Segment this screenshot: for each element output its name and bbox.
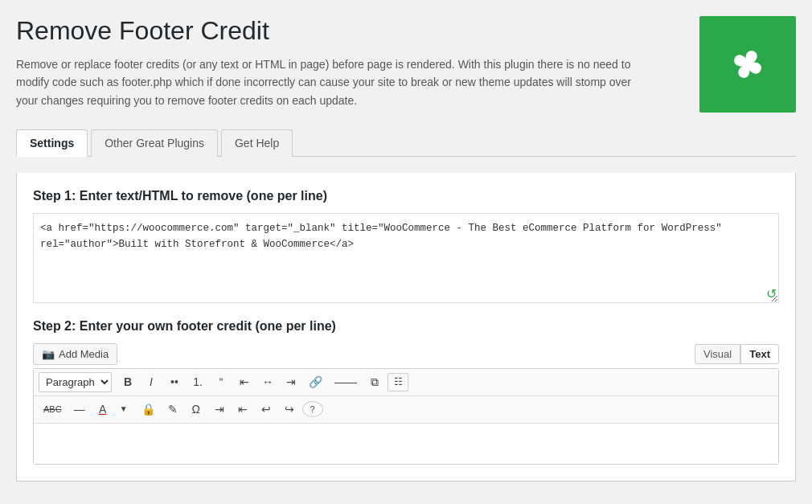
tabs-list: Settings Other Great Plugins Get Help — [16, 129, 796, 156]
horizontal-rule-button[interactable]: — — [69, 400, 90, 420]
tab-get-help[interactable]: Get Help — [221, 129, 293, 157]
step2-section: Step 2: Enter your own footer credit (on… — [33, 319, 779, 465]
plugin-logo — [699, 16, 796, 113]
link-button[interactable]: 🔗 — [304, 372, 327, 392]
editor-wrapper: Paragraph Heading 1 Heading 2 B I •• 1. … — [33, 368, 779, 465]
ordered-list-button[interactable]: 1. — [187, 372, 208, 392]
paste-text-button[interactable]: 🔒 — [137, 400, 160, 420]
strikethrough-button[interactable]: ABC — [39, 401, 67, 418]
add-media-button[interactable]: 📷 Add Media — [33, 343, 117, 365]
paragraph-select[interactable]: Paragraph Heading 1 Heading 2 — [39, 372, 112, 392]
textarea-resize-icon: ↺ — [766, 288, 777, 301]
fullscreen-button[interactable]: ⧉ — [364, 372, 385, 392]
align-center-button[interactable]: ↔ — [257, 372, 278, 392]
add-media-icon: 📷 — [42, 348, 55, 360]
help-button[interactable]: ? — [302, 401, 323, 417]
step1-textarea-wrapper: <a href="https://woocommerce.com" target… — [33, 213, 779, 303]
tab-settings[interactable]: Settings — [16, 129, 88, 157]
toolbar-toggle-button[interactable]: ☷ — [388, 373, 408, 391]
indent-button[interactable]: ⇥ — [209, 400, 230, 420]
redo-button[interactable]: ↪ — [279, 400, 300, 420]
page-title: Remove Footer Credit — [16, 16, 683, 46]
step1-heading: Step 1: Enter text/HTML to remove (one p… — [33, 189, 779, 203]
view-toggle: Visual Text — [695, 344, 779, 364]
visual-view-button[interactable]: Visual — [695, 344, 740, 364]
step1-textarea[interactable]: <a href="https://woocommerce.com" target… — [34, 214, 778, 302]
page-description: Remove or replace footer credits (or any… — [16, 55, 643, 109]
tabs-section: Settings Other Great Plugins Get Help — [16, 129, 796, 157]
read-more-button[interactable]: —— — [330, 372, 362, 392]
tab-other-plugins[interactable]: Other Great Plugins — [91, 129, 218, 157]
svg-point-0 — [744, 61, 751, 68]
editor-content-area[interactable] — [34, 424, 778, 464]
align-left-button[interactable]: ⇤ — [234, 372, 255, 392]
step2-heading: Step 2: Enter your own footer credit (on… — [33, 319, 779, 334]
blockquote-button[interactable]: “ — [211, 372, 232, 392]
bold-button[interactable]: B — [117, 372, 138, 392]
clear-formatting-button[interactable]: ✎ — [162, 400, 183, 420]
add-media-label: Add Media — [59, 348, 109, 360]
undo-button[interactable]: ↩ — [256, 400, 277, 420]
header-text: Remove Footer Credit Remove or replace f… — [16, 16, 699, 109]
plugin-logo-icon — [724, 40, 772, 88]
page-wrapper: Remove Footer Credit Remove or replace f… — [0, 0, 812, 498]
unordered-list-button[interactable]: •• — [164, 372, 185, 392]
header-section: Remove Footer Credit Remove or replace f… — [16, 16, 796, 113]
special-char-button[interactable]: Ω — [186, 400, 207, 420]
italic-button[interactable]: I — [141, 372, 162, 392]
outdent-button[interactable]: ⇤ — [232, 400, 253, 420]
align-right-button[interactable]: ⇥ — [281, 372, 301, 392]
text-view-button[interactable]: Text — [740, 344, 779, 364]
text-color-arrow[interactable]: ▼ — [113, 401, 134, 417]
main-content: Step 1: Enter text/HTML to remove (one p… — [16, 173, 796, 481]
text-color-wrapper: A ▼ — [92, 400, 134, 420]
add-media-bar: 📷 Add Media Visual Text — [33, 343, 779, 365]
toolbar-row-1: Paragraph Heading 1 Heading 2 B I •• 1. … — [34, 369, 778, 396]
text-color-button[interactable]: A — [92, 400, 113, 420]
toolbar-row-2: ABC — A ▼ 🔒 ✎ Ω ⇥ ⇤ ↩ ↪ ? — [34, 396, 778, 424]
